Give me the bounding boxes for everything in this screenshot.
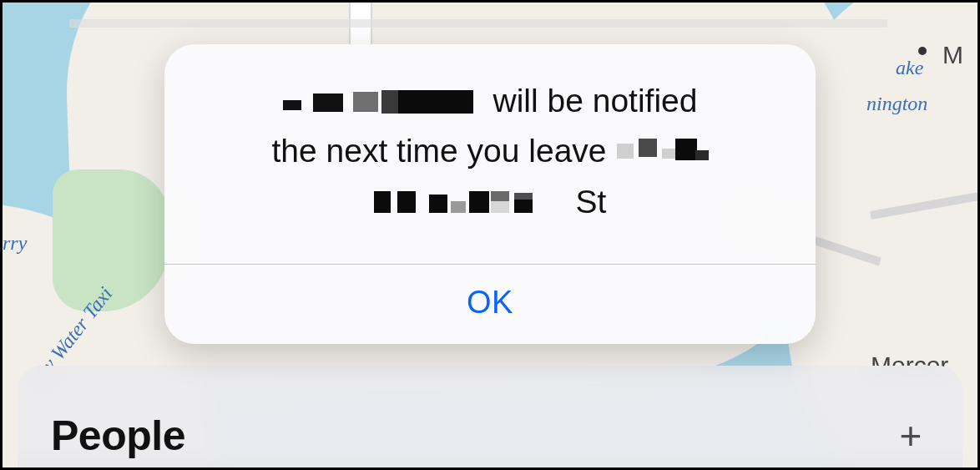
redacted-address-1	[617, 139, 709, 165]
redacted-address-2	[374, 190, 566, 215]
map-poi-dot	[918, 47, 927, 55]
people-sheet[interactable]: People +	[18, 366, 962, 470]
map-label-ferry: rry	[3, 232, 27, 255]
alert-text: will be notified	[493, 76, 698, 126]
alert-actions: OK	[164, 265, 816, 344]
map-label-m: M	[942, 41, 963, 69]
sheet-title: People	[51, 412, 185, 460]
alert-body: will be notified the next time you leave	[164, 44, 816, 264]
map-label-lake-line1: ake	[896, 57, 923, 79]
redacted-name	[283, 88, 483, 114]
ok-button[interactable]: OK	[164, 265, 816, 344]
alert-text: the next time you leave	[271, 126, 606, 176]
alert-text: St	[576, 177, 607, 227]
map-label-lake-line2: nington	[866, 93, 927, 115]
alert-line-3: St	[208, 177, 772, 227]
add-person-button[interactable]: +	[892, 417, 929, 455]
alert-line-1: will be notified	[208, 76, 772, 126]
notification-alert: will be notified the next time you leave	[164, 44, 816, 344]
map-road	[69, 19, 887, 28]
alert-line-2: the next time you leave	[208, 126, 772, 176]
